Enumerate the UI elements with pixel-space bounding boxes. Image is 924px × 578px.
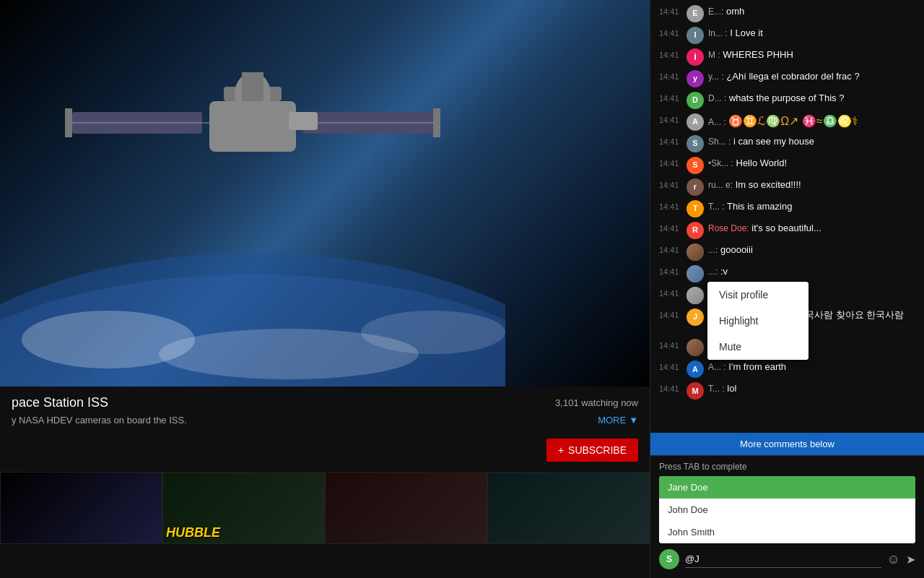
msg-time: 14:41 <box>659 72 682 82</box>
video-description: y NASA HDEV cameras on board the ISS. <box>12 415 187 426</box>
msg-content: M : WHERES PHHH <box>708 48 915 61</box>
svg-rect-14 <box>242 72 263 101</box>
avatar <box>687 265 704 282</box>
video-title: pace Station ISS <box>12 395 108 410</box>
msg-time: 14:41 <box>659 50 682 61</box>
avatar: S <box>687 135 704 152</box>
avatar: A <box>687 361 704 378</box>
msg-content: •Sk... : Hello World! <box>708 157 915 170</box>
avatar: R <box>687 222 704 239</box>
chat-message-7: 14:41 S Sh... : i can see my house <box>650 133 924 155</box>
msg-text: Im so excited!!!! <box>736 179 801 190</box>
msg-time: 14:41 <box>659 223 682 234</box>
subscribe-button[interactable]: + SUBSCRIBE <box>546 439 638 462</box>
msg-username: y... : <box>708 72 724 82</box>
msg-time: 14:41 <box>659 384 682 394</box>
msg-text: lol <box>727 383 736 394</box>
svg-point-4 <box>361 311 505 354</box>
context-menu: Visit profile Highlight Mute <box>707 282 808 360</box>
msg-username: A... : <box>708 117 726 127</box>
video-background <box>0 0 650 387</box>
context-menu-visit-profile[interactable]: Visit profile <box>707 282 808 308</box>
msg-text: ¿Ahí llega el cobrador del frac ? <box>726 71 859 82</box>
msg-time: 14:41 <box>659 362 682 373</box>
avatar: A <box>687 113 704 131</box>
more-button[interactable]: MORE ▼ <box>598 415 638 426</box>
subscribe-row: + SUBSCRIBE <box>0 431 650 469</box>
msg-time: 14:41 <box>659 245 682 256</box>
avatar: i <box>687 48 704 66</box>
video-container <box>0 0 650 387</box>
msg-username: T... : <box>708 202 725 212</box>
iss-illustration <box>0 0 505 387</box>
thumbnail-2-label: HUBBLE <box>166 525 220 540</box>
chat-messages[interactable]: 14:41 E E...: omh 14:41 I In... : I Love… <box>650 0 924 433</box>
more-comments-bar[interactable]: More comments below <box>650 433 924 455</box>
msg-text: This is amazing <box>727 201 792 212</box>
chat-message-10: 14:41 T T... : This is amazing <box>650 198 924 220</box>
msg-content: D... : whats the purpose of This ? <box>708 92 915 105</box>
context-menu-mute[interactable]: Mute <box>707 334 808 360</box>
msg-time: 14:41 <box>659 158 682 169</box>
thumbnail-3[interactable] <box>325 472 487 544</box>
thumbnail-2[interactable]: HUBBLE <box>162 472 325 544</box>
msg-username: ru... e: <box>708 180 733 190</box>
autocomplete-item-john-doe[interactable]: John Doe <box>659 499 915 521</box>
msg-time: 14:41 <box>659 28 682 39</box>
video-title-row: pace Station ISS 3,101 watching now <box>12 395 638 410</box>
autocomplete-item-jane[interactable]: Jane Doe <box>659 476 915 499</box>
msg-content: In... : I Love it <box>708 27 915 40</box>
msg-text: WHERES PHHH <box>723 49 793 60</box>
msg-username: D... : <box>708 93 726 103</box>
msg-time: 14:41 <box>659 310 682 321</box>
watching-count: 3,101 watching now <box>555 397 638 408</box>
thumbnails-row: HUBBLE <box>0 469 650 544</box>
msg-username: Sh... : <box>708 137 731 147</box>
chevron-down-icon: ▼ <box>629 415 638 426</box>
autocomplete-list: Jane Doe John Doe John Smith <box>659 476 915 543</box>
context-menu-highlight[interactable]: Highlight <box>707 308 808 334</box>
msg-text: :v <box>720 266 728 277</box>
thumbnail-1[interactable] <box>0 472 162 544</box>
msg-username: ...: <box>708 267 718 277</box>
msg-content: T... : This is amazing <box>708 200 915 213</box>
chat-message-2: 14:41 I In... : I Love it <box>650 25 924 46</box>
avatar <box>687 243 704 261</box>
video-desc-row: y NASA HDEV cameras on board the ISS. MO… <box>12 415 638 426</box>
msg-text: I'm from earth <box>728 361 786 372</box>
msg-time: 14:41 <box>659 7 682 17</box>
thumbnail-4[interactable] <box>487 472 650 544</box>
msg-content: T... : lol <box>708 382 915 395</box>
emoji-button[interactable]: ☺ <box>887 552 900 567</box>
chat-message-11: 14:41 R Rose Doe: it's so beautiful... <box>650 220 924 241</box>
msg-content: Rose Doe: it's so beautiful... <box>708 222 915 235</box>
msg-content: y... : ¿Ahí llega el cobrador del frac ? <box>708 70 915 83</box>
chat-text-input[interactable] <box>685 551 881 568</box>
msg-content: A... : I'm from earth <box>708 361 915 374</box>
msg-username: E...: <box>708 7 723 17</box>
chat-message-9: 14:41 r ru... e: Im so excited!!!! <box>650 176 924 198</box>
autocomplete-item-john-smith[interactable]: John Smith <box>659 521 915 543</box>
chat-message-18: 14:41 M T... : lol <box>650 380 924 402</box>
msg-username: ...: <box>708 245 718 255</box>
msg-content: E...: omh <box>708 5 915 18</box>
msg-time: 14:41 <box>659 340 682 351</box>
svg-rect-8 <box>65 108 72 137</box>
avatar <box>687 339 704 356</box>
svg-rect-15 <box>289 112 318 130</box>
msg-text: it's so beautiful... <box>751 223 821 233</box>
avatar <box>687 287 704 304</box>
send-button[interactable]: ➤ <box>906 553 915 566</box>
msg-username: Rose Doe: <box>708 223 749 233</box>
msg-time: 14:41 <box>659 115 682 126</box>
msg-content: ...: gooooiii <box>708 243 915 256</box>
avatar: M <box>687 382 704 400</box>
msg-content: ru... e: Im so excited!!!! <box>708 178 915 191</box>
msg-time: 14:41 <box>659 288 682 299</box>
plus-icon: + <box>558 444 564 456</box>
chat-message-6: 14:41 A A... : ♉♊ℒ♍Ω↗ ♓≈♎♌⚕ <box>650 111 924 133</box>
msg-text: I Love it <box>730 27 763 38</box>
chat-user-avatar: S <box>659 549 679 569</box>
chat-message-3: 14:41 i M : WHERES PHHH <box>650 46 924 68</box>
msg-text: Hello World! <box>736 158 788 168</box>
